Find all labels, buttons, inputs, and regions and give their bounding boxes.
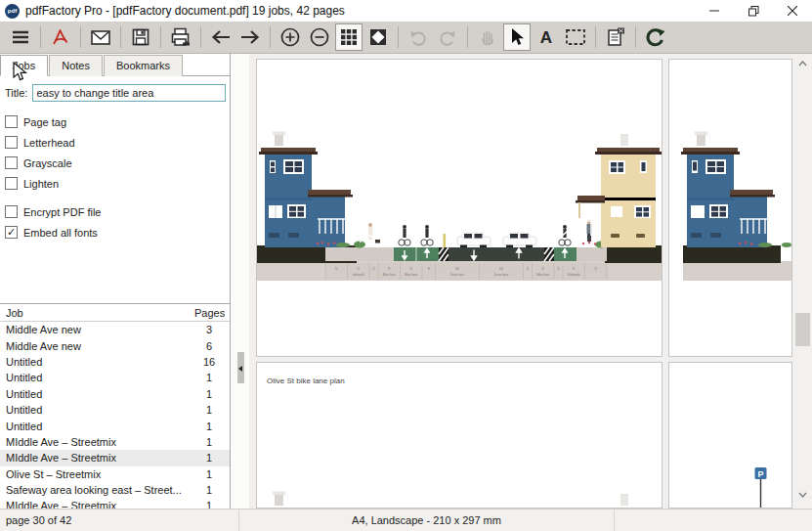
job-list[interactable]: Job Pages Middle Ave new3Middle Ave new6… (0, 303, 230, 509)
job-row[interactable]: Middle Ave new6 (0, 337, 230, 353)
checkbox-box[interactable] (5, 136, 18, 149)
zoom-out-icon (309, 26, 330, 48)
checkbox-box[interactable] (5, 205, 18, 218)
scrollbar-thumb[interactable] (795, 313, 810, 346)
checkbox-embed-all-fonts[interactable]: ✓Embed all fonts (0, 222, 230, 243)
street-partial-preview (669, 60, 792, 357)
street-partial-preview-2 (257, 363, 662, 509)
svg-text:Drive lane: Drive lane (494, 273, 509, 277)
svg-text:Bike lane: Bike lane (405, 273, 417, 277)
preview-area[interactable]: 5'5'sidewalk2'5'Bike lane5'Bike lane3'10… (249, 54, 793, 509)
status-page-indicator: page 30 of 42 (0, 509, 239, 531)
tab-bookmarks[interactable]: Bookmarks (104, 55, 183, 76)
zoom-in-button[interactable] (277, 23, 304, 51)
job-row[interactable]: Untitled1 (0, 418, 230, 433)
forward-button[interactable] (236, 23, 264, 51)
job-row[interactable]: Untitled1 (0, 402, 230, 418)
svg-text:2': 2' (557, 267, 560, 271)
close-button[interactable] (773, 0, 812, 22)
redo-button[interactable] (434, 23, 461, 51)
svg-text:2': 2' (527, 267, 530, 271)
job-row[interactable]: Untitled1 (0, 386, 230, 402)
job-row[interactable]: Safeway area looking east – Street...1 (0, 482, 230, 498)
undo-button[interactable] (405, 23, 432, 51)
jobs-panel: Title: Page tagLetterheadGrayscaleLighte… (0, 75, 230, 509)
pointer-cursor-icon (508, 27, 526, 47)
svg-text:5': 5' (541, 267, 544, 271)
hand-tool-button[interactable] (474, 23, 501, 51)
job-name: Untitled (6, 420, 194, 432)
scroll-down-icon[interactable] (793, 487, 812, 503)
job-row[interactable]: Untitled16 (0, 354, 230, 370)
job-pages: 1 (194, 484, 224, 496)
grid-view-button[interactable] (335, 23, 363, 51)
checkbox-page-tag[interactable]: Page tag (0, 111, 230, 132)
svg-text:Drive lane: Drive lane (450, 273, 465, 277)
job-row[interactable]: Middle Ave new3 (0, 322, 230, 337)
left-panel: Title: Page tagLetterheadGrayscaleLighte… (0, 54, 231, 509)
back-button[interactable] (207, 23, 235, 51)
restore-button[interactable] (734, 0, 773, 22)
grid-view-icon (340, 28, 358, 46)
checkbox-box[interactable] (5, 177, 18, 190)
checkbox-grayscale[interactable]: Grayscale (0, 153, 230, 173)
checkbox-encrypt-pdf-file[interactable]: Encrypt PDF file (0, 201, 230, 222)
delete-page-button[interactable] (602, 23, 629, 51)
marquee-tool-button[interactable] (562, 23, 589, 51)
checkbox-letterhead[interactable]: Letterhead (0, 132, 230, 153)
status-bar: page 30 of 42 A4, Landscape - 210 x 297 … (0, 509, 812, 531)
page-thumbnail-2[interactable] (668, 59, 792, 357)
checkbox-box[interactable] (5, 156, 18, 169)
acrobat-button[interactable] (47, 23, 74, 51)
svg-text:A: A (540, 28, 552, 47)
svg-text:Sidewalk: Sidewalk (568, 273, 580, 277)
job-pages: 1 (194, 436, 224, 448)
arrow-right-icon (238, 28, 262, 46)
mouse-cursor (13, 62, 27, 82)
zoom-in-icon (279, 26, 301, 48)
job-name: Middle Ave new (6, 340, 194, 352)
status-paper-size: A4, Landscape - 210 x 297 mm (239, 509, 615, 531)
job-row[interactable]: Untitled1 (0, 370, 230, 385)
checkbox-lighten[interactable]: Lighten (0, 173, 230, 194)
preview-scrollbar[interactable] (793, 54, 812, 509)
zoom-out-button[interactable] (306, 23, 333, 51)
text-tool-button[interactable]: A (533, 23, 560, 51)
scroll-up-icon[interactable] (793, 56, 812, 71)
lane-measurement-strip: 5'5'sidewalk2'5'Bike lane5'Bike lane3'10… (325, 263, 607, 280)
refresh-button[interactable] (642, 23, 669, 51)
print-button[interactable] (167, 23, 194, 51)
menu-button[interactable] (7, 23, 34, 51)
page-thumbnail-4[interactable]: P (668, 362, 792, 509)
svg-text:Bike lane: Bike lane (536, 273, 549, 277)
job-pages: 1 (194, 388, 224, 400)
page-thumbnail-3[interactable]: Olive St bike lane plan (256, 362, 662, 509)
job-name: Untitled (6, 356, 194, 368)
title-input[interactable] (32, 84, 226, 102)
panel-splitter[interactable] (232, 54, 249, 509)
checkbox-box[interactable]: ✓ (5, 226, 18, 239)
job-rows: Middle Ave new3Middle Ave new6Untitled16… (0, 322, 230, 509)
job-pages: 1 (194, 372, 224, 383)
tab-notes[interactable]: Notes (49, 55, 103, 76)
job-row[interactable]: MIddle Ave – Streetmix1 (0, 434, 230, 450)
checkbox-label: Letterhead (23, 137, 75, 149)
column-job[interactable]: Job (6, 307, 194, 319)
job-row[interactable]: MIddle Ave – Streetmix1 (0, 450, 230, 465)
job-name: Untitled (6, 372, 194, 383)
job-pages: 16 (194, 356, 224, 368)
job-name: Untitled (6, 388, 194, 400)
email-button[interactable] (87, 23, 114, 51)
column-pages[interactable]: Pages (194, 307, 224, 319)
job-list-header[interactable]: Job Pages (0, 304, 230, 322)
page-thumbnail-1[interactable]: 5'5'sidewalk2'5'Bike lane5'Bike lane3'10… (256, 59, 662, 357)
minimize-button[interactable] (695, 0, 734, 22)
job-pages: 3 (194, 324, 224, 335)
save-button[interactable] (127, 23, 154, 51)
fit-page-button[interactable] (364, 23, 392, 51)
job-row[interactable]: Olive St – Streetmix1 (0, 466, 230, 482)
text-tool-icon: A (536, 27, 556, 47)
checkbox-box[interactable] (5, 115, 18, 128)
select-tool-button[interactable] (503, 23, 531, 51)
job-name: Olive St – Streetmix (6, 468, 194, 480)
